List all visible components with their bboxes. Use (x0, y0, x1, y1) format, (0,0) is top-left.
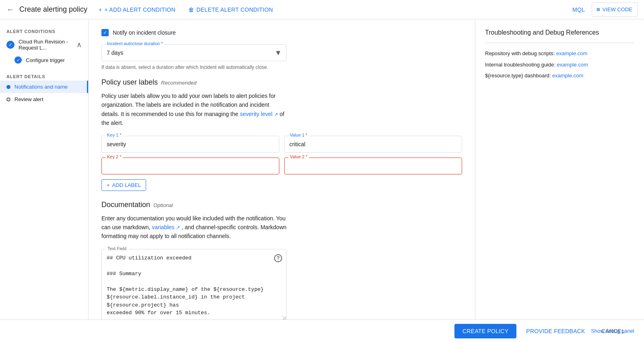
severity-level-link[interactable]: severity level ↗ (240, 111, 280, 117)
sidebar-item-notifications[interactable]: Notifications and name (0, 81, 88, 93)
debug-panel-title: Troubleshooting and Debug References (485, 29, 634, 36)
add-label-icon: + (107, 182, 110, 188)
text-area-wrapper: Text Field ## CPU utilization exceeded #… (101, 249, 287, 319)
review-alert-dot-icon (6, 97, 10, 102)
configure-trigger-check-icon: ✓ (14, 56, 22, 64)
autoclose-field-label: Incident autoclose duration * (105, 41, 165, 46)
sidebar-cloud-run-label: Cloud Run Revision - Request L... (19, 39, 72, 51)
repo-debug-link: Repository with debug scripts: example.c… (485, 50, 634, 58)
add-alert-condition-button[interactable]: + + ADD ALERT CONDITION (92, 0, 182, 19)
notifications-dot-icon (6, 85, 10, 89)
code-icon: ⊞ (597, 6, 600, 12)
right-panel-divider (485, 43, 634, 43)
help-icon[interactable]: ? (274, 254, 282, 262)
autoclose-duration-select[interactable]: 7 days (101, 44, 287, 61)
key1-input[interactable] (101, 136, 279, 153)
sidebar: ALERT CONDITIONS ✓ Cloud Run Revision - … (0, 19, 89, 319)
value2-input[interactable] (284, 158, 462, 174)
alert-conditions-section-label: ALERT CONDITIONS (0, 26, 88, 35)
right-panel: Troubleshooting and Debug References Rep… (475, 19, 644, 319)
text-field-label: Text Field (106, 246, 128, 251)
show-debug-panel-link[interactable]: Show debug panel (591, 328, 634, 334)
key1-label: Key 1 * (105, 133, 123, 137)
value2-wrapper: Value 2 * (284, 158, 462, 174)
guide-debug-link: Internal troubleshooting guide: example.… (485, 61, 634, 69)
page-title: Create alerting policy (19, 5, 87, 14)
dashboard-debug-link: ${resource.type} dashboard: example.com (485, 72, 634, 80)
documentation-heading: Documentation Optional (101, 201, 462, 209)
policy-labels-heading: Policy user labels Recommended (101, 78, 462, 87)
provide-feedback-button[interactable]: PROVIDE FEEDBACK (520, 324, 591, 338)
notify-row: ✓ Notify on incident closure (101, 29, 462, 36)
bottom-bar: CREATE POLICY PROVIDE FEEDBACK CANCEL Sh… (0, 319, 644, 342)
add-icon: + (99, 6, 102, 13)
autoclose-field-group: Incident autoclose duration * 7 days ▼ (101, 44, 287, 61)
sidebar-item-review-alert[interactable]: Review alert (0, 93, 88, 106)
view-code-button[interactable]: ⊞ VIEW CODE (592, 2, 638, 17)
documentation-description: Enter any documentation you would like i… (101, 214, 287, 241)
add-label-text: ADD LABEL (112, 182, 141, 188)
delete-icon: 🗑 (188, 6, 194, 13)
sidebar-item-cloud-run[interactable]: ✓ Cloud Run Revision - Request L... ∧ (0, 35, 88, 54)
variables-external-link-icon: ↗ (176, 225, 180, 230)
sidebar-review-alert-label: Review alert (14, 96, 82, 102)
value2-label: Value 2 * (288, 154, 309, 159)
policy-labels-badge: Recommended (161, 80, 196, 86)
key1-wrapper: Key 1 * (101, 136, 279, 153)
sidebar-subitem-configure-trigger[interactable]: ✓ Configure trigger (0, 54, 88, 66)
value1-label: Value 1 * (288, 133, 309, 137)
back-icon: ← (6, 5, 14, 14)
main-content: ✓ Notify on incident closure Incident au… (89, 19, 475, 319)
add-label-button[interactable]: + ADD LABEL (101, 179, 146, 191)
topbar-actions: + + ADD ALERT CONDITION 🗑 DELETE ALERT C… (92, 0, 279, 19)
policy-labels-title: Policy user labels (101, 78, 158, 87)
topbar-right: MQL ⊞ VIEW CODE (568, 2, 638, 17)
policy-labels-description: Policy user labels allow you to add your… (101, 91, 287, 128)
label-row-2: Key 2 * Value 2 * (101, 158, 462, 174)
key2-label: Key 2 * (105, 154, 123, 159)
back-button[interactable]: ← (6, 5, 14, 14)
notify-label: Notify on incident closure (113, 29, 175, 36)
variables-link[interactable]: variables ↗ (152, 224, 182, 230)
delete-alert-condition-button[interactable]: 🗑 DELETE ALERT CONDITION (182, 0, 279, 19)
mql-button[interactable]: MQL (568, 2, 590, 17)
topbar-left: ← Create alerting policy + + ADD ALERT C… (6, 0, 568, 19)
key2-wrapper: Key 2 * (101, 158, 279, 174)
alert-details-section-label: ALERT DETAILS (0, 71, 88, 81)
value1-wrapper: Value 1 * (284, 136, 462, 153)
autoclose-hint: If data is absent, select a duration aft… (101, 64, 287, 70)
sidebar-notifications-label: Notifications and name (14, 84, 82, 90)
cloud-run-check-icon: ✓ (6, 41, 14, 49)
value1-input[interactable] (284, 136, 462, 153)
add-condition-label: + ADD ALERT CONDITION (105, 6, 175, 13)
topbar: ← Create alerting policy + + ADD ALERT C… (0, 0, 644, 19)
delete-condition-label: DELETE ALERT CONDITION (196, 6, 273, 13)
sidebar-configure-trigger-label: Configure trigger (26, 57, 65, 63)
notify-checkbox[interactable]: ✓ (101, 29, 109, 36)
documentation-section: Documentation Optional Enter any documen… (101, 201, 462, 319)
main-layout: ALERT CONDITIONS ✓ Cloud Run Revision - … (0, 19, 644, 319)
create-policy-button[interactable]: CREATE POLICY (454, 324, 516, 338)
documentation-title: Documentation (101, 201, 150, 209)
documentation-textarea[interactable]: ## CPU utilization exceeded ### Summary … (102, 249, 286, 319)
external-link-icon: ↗ (274, 111, 278, 117)
view-code-label: VIEW CODE (603, 6, 632, 12)
guide-link[interactable]: example.com (557, 62, 588, 68)
key2-input[interactable] (101, 158, 279, 174)
dashboard-link[interactable]: example.com (552, 73, 583, 79)
repo-link[interactable]: example.com (556, 50, 587, 56)
label-row-1: Key 1 * Value 1 * (101, 136, 462, 153)
chevron-up-icon: ∧ (76, 40, 82, 49)
documentation-badge: Optional (153, 202, 173, 208)
